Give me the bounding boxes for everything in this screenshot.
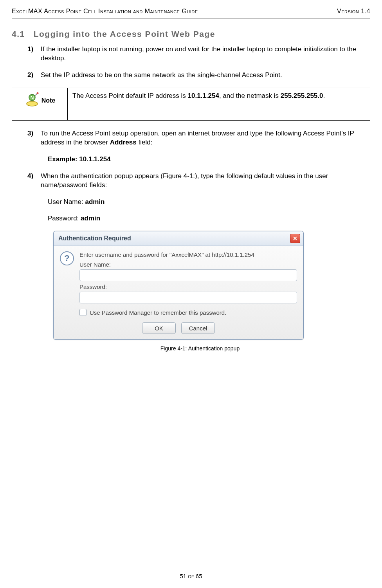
note-ip: 10.1.1.254: [188, 92, 219, 99]
step-1-num: 1): [27, 45, 41, 63]
svg-text:N: N: [30, 95, 34, 101]
page-header: ExcelMAX Access Point Cell Installation …: [12, 8, 370, 17]
note-text-cell: The Access Point default IP address is 1…: [68, 88, 370, 120]
step-3-num: 3): [27, 129, 41, 164]
ok-button[interactable]: OK: [142, 322, 176, 334]
step-2: 2) Set the IP address to be on the same …: [27, 71, 366, 80]
note-text-b: , and the netmask is: [219, 92, 281, 99]
svg-point-0: [27, 101, 38, 106]
section-name: Logging into the Access Point Web Page: [34, 29, 215, 38]
dialog-title: Authentication Required: [58, 235, 131, 242]
step-4: 4) When the authentication popup appears…: [27, 172, 366, 224]
close-icon[interactable]: ✕: [290, 234, 300, 243]
header-right: Version 1.4: [337, 8, 370, 15]
note-text-c: .: [323, 92, 325, 99]
step-4-username-label: User Name:: [48, 198, 85, 206]
step-1: 1) If the installer laptop is not runnin…: [27, 45, 366, 63]
figure-caption: Figure 4-1: Authentication popup: [30, 345, 370, 352]
step-3-address-bold: Address: [110, 139, 137, 146]
dialog-titlebar: Authentication Required ✕: [54, 231, 303, 246]
note-pin-icon: N: [24, 92, 40, 109]
step-4-username-value: admin: [85, 198, 105, 206]
note-netmask: 255.255.255.0: [281, 92, 323, 99]
step-1-body: If the installer laptop is not running, …: [41, 45, 366, 63]
svg-point-4: [36, 92, 38, 94]
header-rule: [12, 18, 370, 18]
question-icon: ?: [60, 251, 74, 265]
step-3-body: To run the Access Point setup operation,…: [41, 129, 366, 164]
step-3-example: Example: 10.1.1.254: [48, 155, 366, 164]
figure-4-1: Authentication Required ✕ ? Enter userna…: [53, 231, 370, 352]
remember-label: Use Password Manager to remember this pa…: [90, 309, 226, 316]
step-4-text: When the authentication popup appears (F…: [41, 172, 328, 189]
dialog-prompt: Enter username and password for "AxxcelM…: [79, 251, 297, 258]
page-footer: 51 of 65: [0, 573, 382, 579]
step-3-text-c: field:: [137, 139, 153, 146]
step-3: 3) To run the Access Point setup operati…: [27, 129, 366, 164]
step-4-password-value: admin: [81, 215, 100, 222]
step-3-text-a: To run the Access Point setup operation,…: [41, 130, 354, 146]
username-input[interactable]: [79, 269, 297, 281]
step-2-num: 2): [27, 71, 41, 80]
note-left-cell: N Note: [12, 88, 68, 120]
password-label: Password:: [79, 283, 297, 290]
step-4-body: When the authentication popup appears (F…: [41, 172, 366, 224]
cancel-button[interactable]: Cancel: [181, 322, 215, 334]
section-number: 4.1: [12, 29, 25, 38]
note-label: Note: [41, 97, 56, 104]
username-label: User Name:: [79, 261, 297, 268]
password-input[interactable]: [79, 292, 297, 303]
step-2-body: Set the IP address to be on the same net…: [41, 71, 366, 80]
step-4-num: 4): [27, 172, 41, 224]
section-title: 4.1 Logging into the Access Point Web Pa…: [12, 29, 370, 39]
header-left: ExcelMAX Access Point Cell Installation …: [12, 8, 198, 15]
auth-dialog: Authentication Required ✕ ? Enter userna…: [53, 231, 304, 340]
step-4-password-label: Password:: [48, 215, 81, 222]
note-text-a: The Access Point default IP address is: [72, 92, 188, 99]
remember-checkbox[interactable]: [79, 309, 86, 316]
note-box: N Note The Access Point default IP addre…: [12, 88, 370, 121]
